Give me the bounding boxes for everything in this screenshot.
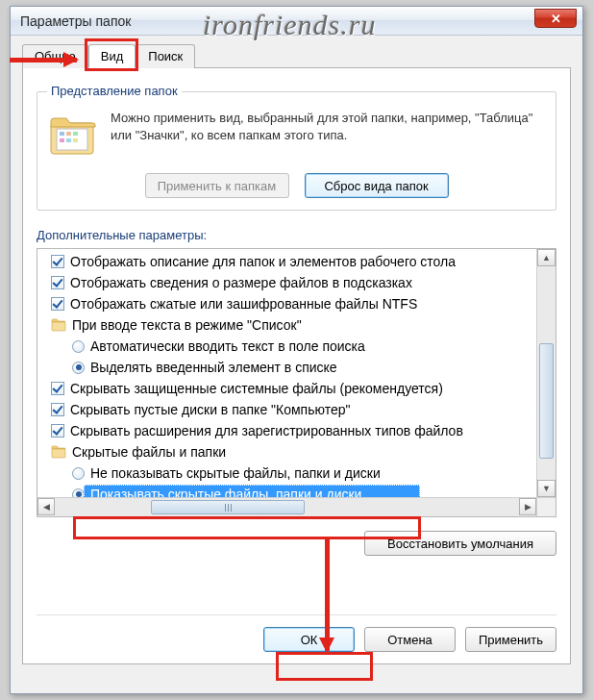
hscroll-thumb[interactable]	[151, 500, 305, 514]
horizontal-scrollbar[interactable]: ◀ ▶	[37, 497, 536, 516]
tree-item-label: Скрытые файлы и папки	[72, 444, 226, 460]
cancel-button[interactable]: Отмена	[364, 627, 456, 652]
tree-viewport[interactable]: Отображать описание для папок и элементо…	[37, 249, 536, 497]
folder-views-legend: Представление папок	[47, 84, 182, 98]
checkbox-icon[interactable]	[51, 382, 64, 395]
checkbox-icon[interactable]	[51, 255, 64, 268]
tree-item[interactable]: Отображать сжатые или зашифрованные файл…	[37, 293, 536, 314]
svg-rect-6	[66, 138, 71, 142]
tree-item-label: Отображать описание для папок и элементо…	[70, 254, 456, 269]
tab-search[interactable]: Поиск	[136, 44, 195, 68]
checkbox-icon[interactable]	[51, 297, 64, 311]
checkbox-icon[interactable]	[51, 403, 64, 416]
hscroll-track[interactable]	[55, 498, 519, 516]
svg-rect-9	[52, 449, 65, 458]
close-button[interactable]: ✕	[534, 9, 577, 28]
window-title: Параметры папок	[20, 13, 131, 29]
tree-item-label: Показывать скрытые файлы, папки и диски	[90, 487, 361, 497]
tab-strip: Общие Вид Поиск	[22, 43, 571, 68]
tree-item[interactable]: Отображать сведения о размере файлов в п…	[37, 272, 536, 293]
tree-item-label: Автоматически вводить текст в поле поиск…	[90, 338, 365, 354]
tree-item-label: Скрывать пустые диски в папке "Компьютер…	[70, 402, 350, 417]
folder-icon	[47, 110, 97, 160]
tab-view[interactable]: Вид	[88, 44, 136, 68]
tree-item[interactable]: Показывать скрытые файлы, папки и диски	[37, 484, 536, 497]
radio-icon[interactable]	[72, 362, 85, 374]
folder-views-group: Представление папок Можно применить вид,…	[37, 91, 556, 211]
dialog-button-row: ОК Отмена Применить	[37, 614, 556, 652]
checkbox-icon[interactable]	[51, 276, 64, 289]
client-area: Общие Вид Поиск Представление папок	[11, 36, 582, 676]
vscroll-track[interactable]	[537, 266, 556, 480]
tab-general[interactable]: Общие	[22, 44, 88, 68]
svg-rect-3	[66, 132, 71, 136]
radio-icon[interactable]	[72, 340, 85, 353]
folder-views-description: Можно применить вид, выбранный для этой …	[111, 110, 546, 143]
scroll-right-icon[interactable]: ▶	[519, 498, 536, 515]
svg-rect-4	[73, 132, 78, 136]
folder-options-dialog: Параметры папок ✕ ironfriends.ru Общие В…	[10, 6, 583, 694]
titlebar: Параметры папок ✕	[11, 7, 582, 36]
apply-button[interactable]: Применить	[465, 627, 556, 652]
tree-item-label: Скрывать защищенные системные файлы (рек…	[70, 381, 443, 396]
tree-item[interactable]: Скрывать защищенные системные файлы (рек…	[37, 378, 536, 399]
scrollbar-corner	[536, 497, 556, 516]
tree-item: Скрытые файлы и папки	[37, 441, 536, 462]
reset-folders-button[interactable]: Сброс вида папок	[305, 173, 449, 198]
apply-to-folders-button: Применить к папкам	[145, 173, 289, 198]
scroll-left-icon[interactable]: ◀	[37, 498, 55, 515]
tree-item-label: Отображать сведения о размере файлов в п…	[70, 275, 412, 290]
svg-rect-2	[60, 132, 64, 136]
ok-button[interactable]: ОК	[263, 627, 355, 652]
svg-rect-7	[73, 138, 78, 142]
restore-defaults-button[interactable]: Восстановить умолчания	[364, 531, 556, 556]
tree-item[interactable]: Скрывать пустые диски в папке "Компьютер…	[37, 399, 536, 420]
vscroll-thumb[interactable]	[539, 343, 554, 459]
tree-item-label: Не показывать скрытые файлы, папки и дис…	[90, 465, 381, 481]
scroll-down-icon[interactable]: ▼	[537, 480, 556, 497]
tab-body-view: Представление папок Можно применить вид,…	[22, 68, 571, 664]
tree-item-label: Скрывать расширения для зарегистрированн…	[70, 423, 463, 438]
svg-rect-5	[60, 138, 64, 142]
radio-icon[interactable]	[72, 467, 85, 480]
tree-item[interactable]: Не показывать скрытые файлы, папки и дис…	[37, 462, 536, 484]
tree-item-label: Выделять введенный элемент в списке	[90, 360, 337, 375]
svg-rect-8	[52, 322, 65, 331]
tree-item[interactable]: Выделять введенный элемент в списке	[37, 357, 536, 378]
scroll-up-icon[interactable]: ▲	[537, 249, 556, 266]
checkbox-icon[interactable]	[51, 424, 64, 438]
close-icon: ✕	[551, 12, 561, 26]
tree-item-label: При вводе текста в режиме "Список"	[72, 317, 302, 333]
tree-item-label: Отображать сжатые или зашифрованные файл…	[70, 296, 417, 312]
advanced-settings-tree: Отображать описание для папок и элементо…	[37, 248, 556, 517]
tree-item[interactable]: Скрывать расширения для зарегистрированн…	[37, 420, 536, 441]
advanced-settings-label: Дополнительные параметры:	[37, 228, 556, 242]
tree-item[interactable]: Автоматически вводить текст в поле поиск…	[37, 336, 536, 357]
vertical-scrollbar[interactable]: ▲ ▼	[536, 249, 556, 497]
tree-item: При вводе текста в режиме "Список"	[37, 314, 536, 336]
tree-item[interactable]: Отображать описание для папок и элементо…	[37, 251, 536, 272]
